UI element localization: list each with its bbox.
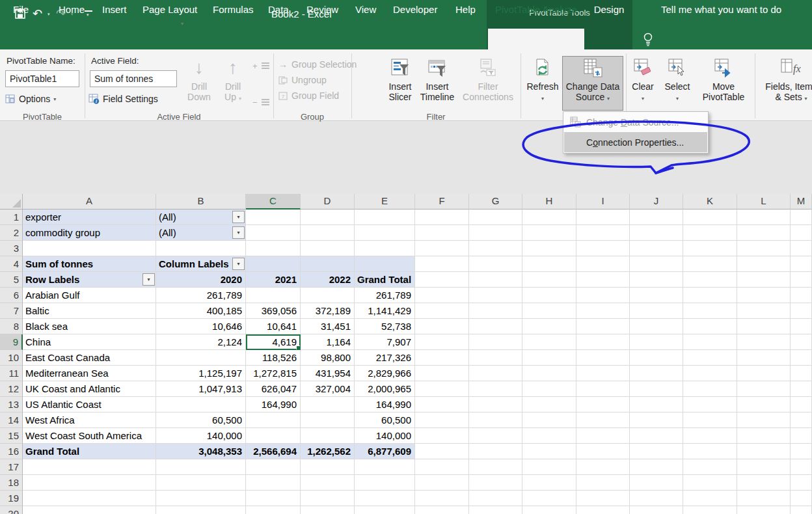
cell-B18[interactable] xyxy=(156,475,246,491)
cell-M18[interactable] xyxy=(791,475,812,491)
cell-H20[interactable] xyxy=(522,506,576,514)
cell-E15[interactable]: 140,000 xyxy=(355,428,415,444)
filter-dropdown-icon[interactable]: ▾ xyxy=(142,273,155,286)
cell-L15[interactable] xyxy=(737,428,791,444)
cell-K5[interactable] xyxy=(683,272,737,288)
undo-dropdown-icon[interactable]: ▾ xyxy=(47,12,50,17)
cell-C5[interactable]: 2021 xyxy=(246,272,301,288)
cell-B3[interactable] xyxy=(156,241,246,256)
row-header-10[interactable]: 10 xyxy=(0,350,23,366)
cell-K20[interactable] xyxy=(683,506,737,514)
cell-D16[interactable]: 1,262,562 xyxy=(301,444,355,459)
cell-D11[interactable]: 431,954 xyxy=(301,366,355,381)
cell-M20[interactable] xyxy=(791,506,812,514)
cell-I7[interactable] xyxy=(576,303,630,319)
cell-J6[interactable] xyxy=(630,288,683,303)
cell-K4[interactable] xyxy=(683,256,737,272)
row-header-5[interactable]: 5 xyxy=(0,272,23,288)
cell-B8[interactable]: 10,646 xyxy=(156,319,246,334)
cell-G9[interactable] xyxy=(469,334,522,350)
cell-I12[interactable] xyxy=(576,381,630,397)
cell-K14[interactable] xyxy=(683,413,737,428)
cell-B11[interactable]: 1,125,197 xyxy=(156,366,246,381)
cell-F14[interactable] xyxy=(415,413,469,428)
cell-I1[interactable] xyxy=(576,210,630,225)
cell-E20[interactable] xyxy=(355,506,415,514)
cell-E6[interactable]: 261,789 xyxy=(355,288,415,303)
cell-G1[interactable] xyxy=(469,210,522,225)
cell-D8[interactable]: 31,451 xyxy=(301,319,355,334)
cell-L13[interactable] xyxy=(737,397,791,413)
cell-K2[interactable] xyxy=(683,225,737,241)
cell-C12[interactable]: 626,047 xyxy=(246,381,301,397)
cell-I15[interactable] xyxy=(576,428,630,444)
cell-A1[interactable]: exporter xyxy=(23,210,156,225)
cell-M5[interactable] xyxy=(791,272,812,288)
tab-developer[interactable]: Developer xyxy=(393,4,437,15)
cell-K13[interactable] xyxy=(683,397,737,413)
cell-L20[interactable] xyxy=(737,506,791,514)
cell-D1[interactable] xyxy=(301,210,355,225)
cell-C8[interactable]: 10,641 xyxy=(246,319,301,334)
cell-F19[interactable] xyxy=(415,491,469,506)
cell-K16[interactable] xyxy=(683,444,737,459)
cell-L6[interactable] xyxy=(737,288,791,303)
cell-E14[interactable]: 60,500 xyxy=(355,413,415,428)
row-header-4[interactable]: 4 xyxy=(0,256,23,272)
cell-F6[interactable] xyxy=(415,288,469,303)
cell-H14[interactable] xyxy=(522,413,576,428)
tab-help[interactable]: Help xyxy=(455,4,476,15)
cell-L9[interactable] xyxy=(737,334,791,350)
cell-E11[interactable]: 2,829,966 xyxy=(355,366,415,381)
menu-item-connection-properties[interactable]: Connection Properties... xyxy=(564,132,707,152)
cell-G6[interactable] xyxy=(469,288,522,303)
cell-D19[interactable] xyxy=(301,491,355,506)
cell-G7[interactable] xyxy=(469,303,522,319)
cell-C18[interactable] xyxy=(246,475,301,491)
cell-E8[interactable]: 52,738 xyxy=(355,319,415,334)
cell-H5[interactable] xyxy=(522,272,576,288)
cell-I11[interactable] xyxy=(576,366,630,381)
cell-D5[interactable]: 2022 xyxy=(301,272,355,288)
cell-B20[interactable] xyxy=(156,506,246,514)
cell-C1[interactable] xyxy=(246,210,301,225)
row-header-12[interactable]: 12 xyxy=(0,381,23,397)
cell-B15[interactable]: 140,000 xyxy=(156,428,246,444)
cell-A14[interactable]: West Africa xyxy=(23,413,156,428)
cell-K3[interactable] xyxy=(683,241,737,256)
tab-review[interactable]: Review xyxy=(306,4,338,15)
cell-J16[interactable] xyxy=(630,444,683,459)
refresh-button[interactable]: Refresh ▾ xyxy=(524,57,561,111)
cell-E17[interactable] xyxy=(355,459,415,475)
cell-I19[interactable] xyxy=(576,491,630,506)
col-header-G[interactable]: G xyxy=(469,194,522,210)
cell-H7[interactable] xyxy=(522,303,576,319)
cell-J4[interactable] xyxy=(630,256,683,272)
filter-dropdown-icon[interactable]: ▾ xyxy=(232,211,245,223)
customize-quick-access-toolbar-icon[interactable] xyxy=(85,10,92,12)
cell-H17[interactable] xyxy=(522,459,576,475)
cell-A5[interactable]: Row Labels▾ xyxy=(23,272,156,288)
cell-M3[interactable] xyxy=(791,241,812,256)
cell-D15[interactable] xyxy=(301,428,355,444)
cell-L8[interactable] xyxy=(737,319,791,334)
cell-M8[interactable] xyxy=(791,319,812,334)
cell-B5[interactable]: 2020 xyxy=(156,272,246,288)
tab-page-layout[interactable]: Page Layout xyxy=(142,4,197,15)
cell-K10[interactable] xyxy=(683,350,737,366)
cell-H4[interactable] xyxy=(522,256,576,272)
cell-C16[interactable]: 2,566,694 xyxy=(246,444,301,459)
cell-C10[interactable]: 118,526 xyxy=(246,350,301,366)
cell-L2[interactable] xyxy=(737,225,791,241)
cell-F8[interactable] xyxy=(415,319,469,334)
cell-B19[interactable] xyxy=(156,491,246,506)
cell-G17[interactable] xyxy=(469,459,522,475)
row-header-9[interactable]: 9 xyxy=(0,334,23,350)
cell-I14[interactable] xyxy=(576,413,630,428)
cell-D3[interactable] xyxy=(301,241,355,256)
cell-M15[interactable] xyxy=(791,428,812,444)
row-header-17[interactable]: 17 xyxy=(0,459,23,475)
cell-B2[interactable]: (All)▾ xyxy=(156,225,246,241)
insert-timeline-button[interactable]: Insert Timeline xyxy=(419,57,455,111)
cell-B9[interactable]: 2,124 xyxy=(156,334,246,350)
